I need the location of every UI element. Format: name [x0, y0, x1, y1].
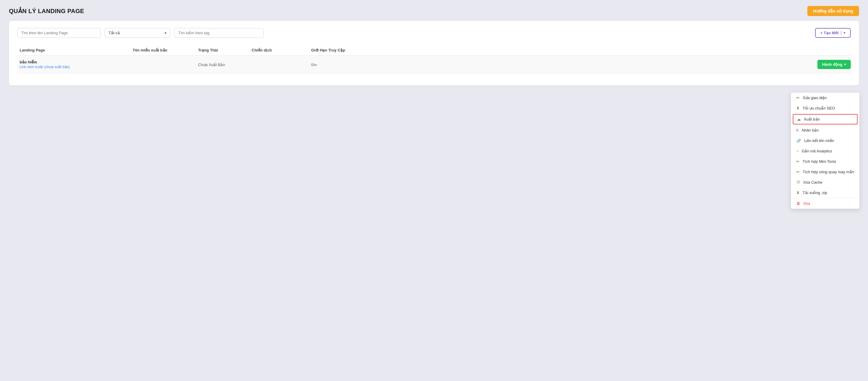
create-button-arrow: ▾ — [841, 31, 845, 35]
guide-button[interactable]: Hướng dẫn sử dụng — [807, 6, 859, 16]
dropdown-item-label: Tối ưu chuẩn SEO — [803, 106, 835, 111]
dropdown-item-label: Liên kết tên miền — [804, 139, 834, 143]
dropdown-item-label: Tích hợp vòng quay may mắn — [803, 170, 854, 174]
action-button-label: Hành động — [822, 62, 842, 67]
download-icon: ⬇ — [796, 190, 800, 195]
dropdown-item-xoa-cache[interactable]: ⏱ Xóa Cache — [791, 177, 859, 187]
col-header-campaign: Chiến dịch — [249, 48, 309, 52]
row-preview-link[interactable]: Link xem trước (chưa xuất bản) — [20, 65, 70, 69]
dropdown-item-label: Gắn mã Analytics — [802, 149, 832, 153]
lucky-wheel-icon: ✏ — [796, 170, 800, 174]
col-header-status: Trạng Thái — [196, 48, 249, 52]
dropdown-item-tich-hop-vong-quay[interactable]: ✏ Tích hợp vòng quay may mắn — [791, 167, 859, 177]
action-button-arrow: ▾ — [844, 62, 846, 66]
dropdown-item-tich-hop-mini-tools[interactable]: ✏ Tích hợp Mini Tools — [791, 156, 859, 167]
cache-icon: ⏱ — [796, 180, 800, 184]
dropdown-item-label: Sửa giao diện — [803, 95, 827, 100]
clone-icon: ⎘ — [796, 128, 799, 133]
table-header: Landing Page Tên miền xuất bản Trạng Thá… — [17, 45, 851, 56]
cell-limit: 0/∞ — [309, 62, 368, 67]
mini-tools-icon: ✏ — [796, 159, 800, 164]
edit-icon: ✏ — [796, 95, 800, 100]
dropdown-item-xuat-ban[interactable]: ☁ Xuất bản — [793, 114, 858, 124]
create-new-button[interactable]: + Tạo Mới ▾ — [815, 28, 851, 38]
analytics-icon: ○ — [796, 149, 799, 153]
dropdown-item-sua-giao-dien[interactable]: ✏ Sửa giao diện — [791, 93, 859, 103]
seo-icon: ⬆ — [796, 106, 800, 111]
cell-action: Hành động ▾ — [368, 60, 851, 69]
content-card: Tất cả ▼ + Tạo Mới ▾ Landing Page Tên mi… — [9, 21, 859, 85]
dropdown-item-label: Xuất bản — [804, 117, 820, 121]
cell-name: bảo hiểm Link xem trước (chưa xuất bản) — [17, 60, 130, 69]
filter-row: Tất cả ▼ + Tạo Mới ▾ — [17, 28, 851, 38]
cell-status: Chưa Xuất Bản — [196, 62, 249, 67]
col-header-landing-page: Landing Page — [17, 48, 130, 52]
action-button[interactable]: Hành động ▾ — [817, 60, 851, 69]
limit-value: 0/∞ — [311, 62, 317, 67]
link-icon: 🔗 — [796, 139, 801, 143]
dropdown-item-label: Nhân bản — [802, 128, 818, 133]
row-page-name: bảo hiểm — [20, 60, 128, 64]
dropdown-item-xoa[interactable]: 🗑 Xóa — [791, 198, 859, 209]
dropdown-item-label: Xóa — [803, 201, 810, 206]
col-header-limit: Giới Hạn Truy Cập — [309, 48, 368, 52]
dropdown-item-gan-ma-analytics[interactable]: ○ Gắn mã Analytics — [791, 146, 859, 156]
page-title: QUẢN LÝ LANDING PAGE — [9, 7, 84, 14]
table-row: bảo hiểm Link xem trước (chưa xuất bản) … — [17, 56, 851, 74]
dropdown-item-lien-ket-ten-mien[interactable]: 🔗 Liên kết tên miền — [791, 136, 859, 146]
status-badge: Chưa Xuất Bản — [198, 62, 225, 67]
dropdown-item-label: Tích hợp Mini Tools — [803, 159, 836, 164]
action-dropdown-menu: ✏ Sửa giao diện ⬆ Tối ưu chuẩn SEO ☁ Xuấ… — [790, 92, 860, 209]
dropdown-item-label: Tải xuống .zip — [803, 190, 827, 195]
col-header-domain: Tên miền xuất bản — [130, 48, 196, 52]
col-header-action — [368, 48, 851, 52]
publish-icon: ☁ — [797, 117, 801, 121]
dropdown-item-tai-xuong-zip[interactable]: ⬇ Tải xuống .zip — [791, 187, 859, 198]
delete-icon: 🗑 — [796, 201, 800, 206]
search-input[interactable] — [17, 28, 100, 38]
status-filter-wrapper: Tất cả ▼ — [105, 28, 170, 38]
dropdown-item-label: Xóa Cache — [803, 180, 822, 184]
tag-search-input[interactable] — [174, 28, 264, 38]
dropdown-item-nhan-ban[interactable]: ⎘ Nhân bản — [791, 125, 859, 136]
dropdown-item-toi-uu-seo[interactable]: ⬆ Tối ưu chuẩn SEO — [791, 103, 859, 113]
status-filter-select[interactable]: Tất cả — [105, 28, 170, 38]
